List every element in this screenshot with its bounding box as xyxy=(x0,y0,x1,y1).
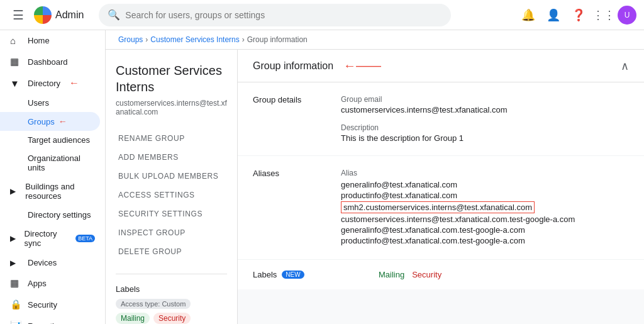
group-email-field: Group email customerservices.interns@tes… xyxy=(341,95,629,115)
sidebar-item-dir-sync[interactable]: ▶ Directory sync BETA xyxy=(0,224,105,253)
dashboard-icon: ▦ xyxy=(10,56,21,67)
search-input[interactable] xyxy=(125,10,442,20)
alias-item-0: generalinfo@test.xfanatical.com xyxy=(341,180,629,189)
security-badge: Security xyxy=(412,270,441,279)
delete-group-menu[interactable]: DELETE GROUP xyxy=(116,242,227,261)
collapse-icon[interactable]: ∧ xyxy=(621,59,629,73)
directory-arrow-annotation: ← xyxy=(69,77,79,89)
alias-item-3: customerservices.interns@test.xfanatical… xyxy=(341,215,629,224)
apps-icon[interactable]: ⋮⋮ xyxy=(592,4,615,26)
right-panel: Group information ←—— ∧ Group details Gr… xyxy=(238,50,644,324)
access-settings-menu[interactable]: ACCESS SETTINGS xyxy=(116,186,227,204)
directory-icon: ▼ xyxy=(10,78,21,89)
logo-text: Admin xyxy=(55,9,84,21)
mailing-badge: Mailing xyxy=(379,270,404,279)
alias-item-1: productinfo@test.xfanatical.com xyxy=(341,191,629,200)
sidebar-item-buildings[interactable]: ▶ Buildings and resources xyxy=(0,177,105,206)
security-icon: 🔒 xyxy=(10,299,21,310)
group-email: customerservices.interns@test.xfanatical… xyxy=(116,99,227,116)
alias-item-2-highlighted: smh2.customerservices.interns@test.xfana… xyxy=(341,201,535,213)
avatar[interactable]: U xyxy=(618,6,636,25)
alias-item-4: generalinfo@test.xfanatical.com.test-goo… xyxy=(341,225,629,235)
groups-arrow-annotation: ← xyxy=(58,116,67,126)
breadcrumb-group-name[interactable]: Customer Services Interns xyxy=(150,35,239,44)
sidebar-sub-item-org-units[interactable]: Organizational units xyxy=(0,149,105,177)
group-name: Customer Services Interns xyxy=(116,62,227,95)
notification-icon[interactable]: 🔔 xyxy=(517,4,540,26)
aliases-section: Aliases Alias generalinfo@test.xfanatica… xyxy=(238,156,644,260)
dirsync-icon: ▶ xyxy=(10,234,21,243)
sidebar-sub-item-target-audiences[interactable]: Target audiences xyxy=(0,131,105,149)
aliases-label: Aliases xyxy=(253,169,341,247)
alias-item-5: productinfo@test.xfanatical.com.test-goo… xyxy=(341,236,629,245)
inspect-group-menu[interactable]: INSPECT GROUP xyxy=(116,223,227,242)
add-members-menu[interactable]: ADD MEMBERS xyxy=(116,148,227,167)
devices-icon: ▶ xyxy=(10,259,21,267)
bulk-upload-menu[interactable]: BULK UPLOAD MEMBERS xyxy=(116,167,227,186)
sidebar-sub-item-dir-settings[interactable]: Directory settings xyxy=(0,206,105,224)
sidebar: ⌂ Home ▦ Dashboard ▼ Directory ← Users G… xyxy=(0,30,106,324)
sidebar-item-security[interactable]: 🔒 Security xyxy=(0,294,105,315)
breadcrumb-current: Group information xyxy=(247,35,308,44)
sidebar-item-directory[interactable]: ▼ Directory ← xyxy=(0,72,105,94)
group-details-section: Group details Group email customerservic… xyxy=(238,82,644,156)
sidebar-item-reporting[interactable]: 📊 Reporting xyxy=(0,315,105,324)
new-badge: NEW xyxy=(282,271,304,279)
labels-info-row: Labels NEW Mailing Security xyxy=(238,260,644,289)
mailing-chip: Mailing xyxy=(116,313,150,324)
breadcrumb: Groups › Customer Services Interns › Gro… xyxy=(106,30,644,50)
group-info-header: Group information ←—— ∧ xyxy=(238,50,644,82)
labels-title: Labels xyxy=(116,284,227,294)
labels-section: Labels Access type: Custom Mailing Secur… xyxy=(116,274,227,324)
left-panel: Customer Services Interns customerservic… xyxy=(106,50,238,324)
labels-info-key: Labels NEW xyxy=(253,270,341,279)
beta-badge: BETA xyxy=(75,235,95,242)
sidebar-item-apps[interactable]: ▦ Apps xyxy=(0,272,105,294)
security-chip: Security xyxy=(153,313,191,324)
menu-icon[interactable]: ☰ xyxy=(8,3,29,28)
breadcrumb-groups[interactable]: Groups xyxy=(118,35,143,44)
sidebar-item-devices[interactable]: ▶ Devices xyxy=(0,253,105,272)
reporting-icon: 📊 xyxy=(10,320,21,324)
apps-grid-icon: ▦ xyxy=(10,277,21,289)
sidebar-item-home[interactable]: ⌂ Home xyxy=(0,30,105,51)
sidebar-item-dashboard[interactable]: ▦ Dashboard xyxy=(0,51,105,72)
description-field: Description This is the description for … xyxy=(341,123,629,143)
access-type-chip: Access type: Custom xyxy=(116,299,191,309)
search-bar[interactable]: 🔍 xyxy=(99,4,451,26)
user-icon[interactable]: 👤 xyxy=(542,4,565,26)
header-arrow-annotation: ←—— xyxy=(343,59,381,73)
home-icon: ⌂ xyxy=(10,35,21,46)
search-icon: 🔍 xyxy=(108,9,120,21)
group-info-title: Group information xyxy=(253,60,333,72)
security-settings-menu[interactable]: SECURITY SETTINGS xyxy=(116,204,227,223)
rename-group-menu[interactable]: RENAME GROUP xyxy=(116,129,227,148)
sidebar-sub-item-groups[interactable]: Groups ← xyxy=(0,112,100,131)
logo: Admin xyxy=(34,6,84,24)
buildings-icon: ▶ xyxy=(10,187,19,196)
group-details-label: Group details xyxy=(253,95,341,143)
help-icon[interactable]: ❓ xyxy=(567,4,590,26)
sidebar-sub-item-users[interactable]: Users xyxy=(0,94,105,112)
